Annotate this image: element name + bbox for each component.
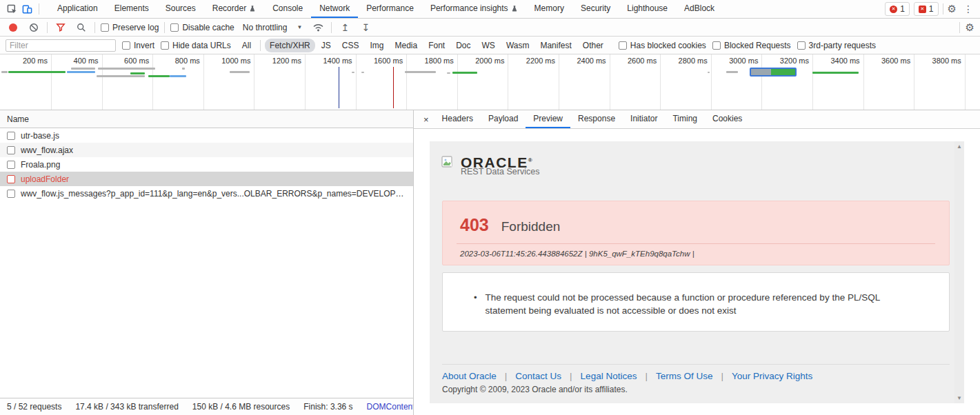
link-terms-of-use[interactable]: Terms Of Use: [656, 371, 713, 381]
tab-payload[interactable]: Payload: [481, 110, 526, 128]
waterfall-bar-selected[interactable]: [750, 68, 797, 77]
device-toolbar-icon[interactable]: [19, 1, 34, 17]
tab-initiator[interactable]: Initiator: [623, 110, 665, 128]
throttling-dropdown[interactable]: No throttling ▼: [240, 23, 306, 32]
import-har-icon[interactable]: ↥: [337, 20, 352, 35]
waterfall-bar[interactable]: [130, 72, 145, 74]
waterfall-bar[interactable]: [708, 72, 710, 73]
preview-scrollbar[interactable]: ▲ ▼: [954, 141, 964, 403]
waterfall-bar[interactable]: [98, 68, 155, 70]
waterfall-bar[interactable]: [170, 75, 186, 77]
waterfall-bar[interactable]: [726, 71, 738, 73]
invert-checkbox[interactable]: [122, 41, 130, 50]
blocked-requests-toggle[interactable]: Blocked Requests: [712, 41, 791, 50]
filter-type-all[interactable]: All: [237, 39, 256, 52]
filter-type-other[interactable]: Other: [578, 39, 608, 52]
third-party-requests-toggle[interactable]: 3rd-party requests: [797, 41, 876, 50]
has-blocked-cookies-checkbox[interactable]: [619, 41, 627, 50]
tab-cookies[interactable]: Cookies: [705, 110, 750, 128]
filter-type-wasm[interactable]: Wasm: [501, 39, 534, 52]
request-checkbox[interactable]: [7, 161, 15, 169]
disable-cache-checkbox[interactable]: [170, 23, 179, 32]
tab-headers[interactable]: Headers: [434, 110, 481, 128]
waterfall-bar[interactable]: [8, 71, 66, 73]
scroll-up-icon[interactable]: ▲: [957, 143, 962, 150]
request-checkbox[interactable]: [7, 175, 15, 183]
network-conditions-icon[interactable]: [310, 20, 326, 35]
link-your-privacy-rights[interactable]: Your Privacy Rights: [732, 371, 812, 381]
request-row-froala-png[interactable]: Froala.png: [0, 157, 413, 172]
preserve-log-checkbox[interactable]: [101, 23, 109, 32]
blocked-requests-checkbox[interactable]: [712, 41, 721, 50]
filter-type-ws[interactable]: WS: [477, 39, 500, 52]
tab-recorder[interactable]: Recorder: [204, 0, 264, 18]
link-contact-us[interactable]: Contact Us: [515, 371, 561, 381]
filter-type-img[interactable]: Img: [365, 39, 388, 52]
waterfall-bar[interactable]: [67, 71, 95, 73]
tab-network[interactable]: Network: [311, 0, 358, 18]
filter-type-fetch-xhr[interactable]: Fetch/XHR: [265, 39, 315, 52]
clear-network-log-icon[interactable]: [26, 20, 41, 35]
tab-lighthouse[interactable]: Lighthouse: [619, 0, 676, 18]
preserve-log-toggle[interactable]: Preserve log: [101, 23, 159, 32]
tab-memory[interactable]: Memory: [526, 0, 572, 18]
inspect-element-icon[interactable]: [4, 1, 19, 17]
waterfall-bar[interactable]: [405, 71, 436, 73]
waterfall-bar[interactable]: [812, 72, 859, 74]
waterfall-bar[interactable]: [230, 71, 250, 73]
tab-response[interactable]: Response: [570, 110, 623, 128]
search-icon[interactable]: [74, 20, 89, 35]
filter-funnel-icon[interactable]: [53, 20, 68, 35]
tab-timing[interactable]: Timing: [665, 110, 705, 128]
link-legal-notices[interactable]: Legal Notices: [581, 371, 637, 381]
console-errors-badge[interactable]: ✕ 1: [885, 2, 910, 16]
tab-adblock[interactable]: AdBlock: [676, 0, 723, 18]
waterfall-bar[interactable]: [71, 68, 95, 70]
link-about-oracle[interactable]: About Oracle: [442, 371, 497, 381]
tab-sources[interactable]: Sources: [157, 0, 204, 18]
tab-console[interactable]: Console: [264, 0, 311, 18]
filter-type-css[interactable]: CSS: [337, 39, 364, 52]
request-row-wwv-flow-js-messages[interactable]: wwv_flow.js_messages?p_app_id=111&p_lang…: [0, 186, 413, 201]
filter-type-media[interactable]: Media: [390, 39, 422, 52]
tab-performance-insights[interactable]: Performance insights: [422, 0, 526, 18]
tab-application[interactable]: Application: [49, 0, 106, 18]
filter-type-js[interactable]: JS: [317, 39, 336, 52]
tab-performance[interactable]: Performance: [358, 0, 422, 18]
filter-type-font[interactable]: Font: [423, 39, 450, 52]
request-checkbox[interactable]: [7, 190, 15, 198]
scroll-down-icon[interactable]: ▼: [957, 395, 962, 401]
request-row-utr-base-js[interactable]: utr-base.js: [0, 128, 413, 143]
waterfall-bar[interactable]: [452, 72, 477, 74]
network-overview-timeline[interactable]: 200 ms400 ms600 ms800 ms1000 ms1200 ms14…: [0, 54, 980, 110]
tab-elements[interactable]: Elements: [106, 0, 157, 18]
record-network-log-icon[interactable]: [6, 20, 21, 35]
hide-data-urls-checkbox[interactable]: [161, 41, 169, 50]
third-party-requests-checkbox[interactable]: [797, 41, 806, 50]
filter-type-manifest[interactable]: Manifest: [535, 39, 576, 52]
network-settings-gear-icon[interactable]: ⚙: [966, 21, 974, 34]
waterfall-bar[interactable]: [352, 72, 354, 73]
close-icon[interactable]: ×: [418, 114, 434, 125]
waterfall-bar[interactable]: [97, 75, 145, 77]
request-checkbox[interactable]: [7, 132, 15, 140]
request-checkbox[interactable]: [7, 146, 15, 154]
issues-badge[interactable]: ✕ 1: [914, 2, 939, 16]
waterfall-bar[interactable]: [447, 72, 450, 74]
filter-input[interactable]: [6, 39, 116, 52]
request-row-uploadfolder[interactable]: uploadFolder: [0, 172, 413, 186]
settings-gear-icon[interactable]: ⚙: [948, 3, 957, 15]
waterfall-bar[interactable]: [361, 72, 364, 73]
export-har-icon[interactable]: ↧: [358, 20, 373, 35]
waterfall-bar[interactable]: [148, 75, 170, 77]
request-row-wwv-flow-ajax[interactable]: wwv_flow.ajax: [0, 143, 413, 157]
waterfall-bar[interactable]: [182, 68, 185, 70]
name-column-header[interactable]: Name: [0, 110, 413, 128]
waterfall-bar[interactable]: [1, 71, 8, 73]
has-blocked-cookies-toggle[interactable]: Has blocked cookies: [619, 41, 706, 50]
more-options-icon[interactable]: ⋮: [961, 3, 976, 14]
hide-data-urls-toggle[interactable]: Hide data URLs: [161, 41, 231, 50]
disable-cache-toggle[interactable]: Disable cache: [170, 23, 234, 32]
filter-type-doc[interactable]: Doc: [451, 39, 475, 52]
tab-preview[interactable]: Preview: [526, 110, 570, 128]
